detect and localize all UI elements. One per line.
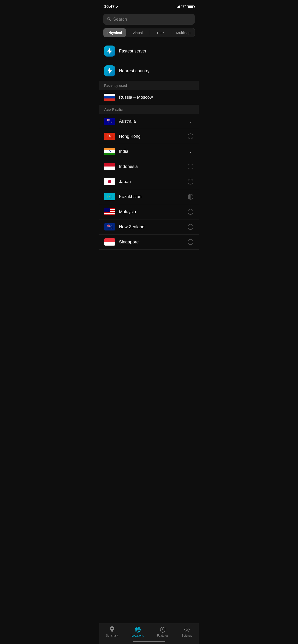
status-time: 10:47 ↗ [104, 4, 118, 9]
wifi-icon [181, 5, 186, 8]
india-expand-icon: ⌄ [187, 148, 194, 155]
tab-virtual[interactable]: Virtual [126, 28, 149, 37]
nearest-country-icon [104, 66, 115, 76]
battery-icon [187, 5, 194, 8]
russia-flag-icon [104, 94, 115, 101]
singapore-item[interactable]: Singapore [99, 234, 199, 250]
new-zealand-flag-icon: 🇳🇿 [104, 223, 115, 230]
asia-pacific-label: Asia Pacific [104, 107, 123, 112]
kazakhstan-label: Kazakhstan [119, 194, 183, 199]
japan-label: Japan [119, 179, 183, 184]
kazakhstan-item[interactable]: 🇰🇿 Kazakhstan [99, 189, 199, 204]
japan-item[interactable]: Japan [99, 174, 199, 189]
recently-used-label: Recently used [104, 84, 127, 88]
tab-p2p[interactable]: P2P [149, 28, 172, 37]
new-zealand-select-icon [187, 224, 194, 230]
hong-kong-item[interactable]: 🇭🇰 Hong Kong [99, 129, 199, 144]
japan-select-icon [187, 178, 194, 185]
malaysia-select-icon [187, 208, 194, 215]
russia-moscow-item[interactable]: Russia – Moscow [99, 90, 199, 105]
malaysia-item[interactable]: Malaysia [99, 204, 199, 220]
status-bar: 10:47 ↗ [99, 0, 199, 12]
fastest-server-label: Fastest server [119, 49, 146, 54]
signal-icon [176, 5, 180, 8]
new-zealand-label: New Zealand [119, 224, 183, 230]
australia-expand-icon: ⌄ [187, 118, 194, 124]
singapore-flag-icon [104, 238, 115, 246]
tab-multihop[interactable]: MultiHop [172, 28, 195, 37]
japan-flag-icon [104, 178, 115, 185]
svg-line-1 [110, 20, 111, 20]
hong-kong-select-icon [187, 133, 194, 140]
new-zealand-item[interactable]: 🇳🇿 New Zealand [99, 220, 199, 234]
search-container: Search [99, 12, 199, 28]
tab-physical[interactable]: Physical [103, 28, 126, 37]
indonesia-select-icon [187, 163, 194, 170]
asia-pacific-header: Asia Pacific [99, 105, 199, 114]
india-item[interactable]: India ⌄ [99, 144, 199, 159]
hong-kong-label: Hong Kong [119, 134, 183, 139]
singapore-select-icon [187, 238, 194, 245]
time-display: 10:47 [104, 4, 114, 9]
nearest-country-item[interactable]: Nearest country [99, 61, 199, 81]
malaysia-label: Malaysia [119, 210, 183, 214]
hong-kong-flag-icon: 🇭🇰 [104, 133, 115, 140]
content-scroll: Fastest server Nearest country Recently … [99, 41, 199, 274]
indonesia-flag-icon [104, 163, 115, 170]
australia-flag-icon: 🇦🇺 [104, 118, 115, 125]
search-placeholder: Search [113, 17, 127, 22]
indonesia-label: Indonesia [119, 164, 183, 169]
australia-item[interactable]: 🇦🇺 Australia ⌄ [99, 114, 199, 129]
india-flag-icon [104, 148, 115, 155]
fastest-server-icon [104, 46, 115, 56]
nearest-country-label: Nearest country [119, 68, 150, 74]
location-arrow-icon: ↗ [116, 5, 118, 8]
recently-used-header: Recently used [99, 81, 199, 90]
status-icons [176, 5, 194, 8]
malaysia-flag-icon [104, 208, 115, 216]
tab-segment: Physical Virtual P2P MultiHop [103, 28, 195, 38]
kazakhstan-flag-icon: 🇰🇿 [104, 193, 115, 200]
australia-label: Australia [119, 119, 183, 124]
search-icon [107, 17, 111, 22]
indonesia-item[interactable]: Indonesia [99, 159, 199, 174]
kazakhstan-select-icon [187, 193, 194, 200]
fastest-server-item[interactable]: Fastest server [99, 41, 199, 61]
search-bar[interactable]: Search [103, 14, 195, 25]
russia-moscow-label: Russia – Moscow [119, 95, 194, 100]
singapore-label: Singapore [119, 240, 183, 244]
india-label: India [119, 149, 183, 154]
